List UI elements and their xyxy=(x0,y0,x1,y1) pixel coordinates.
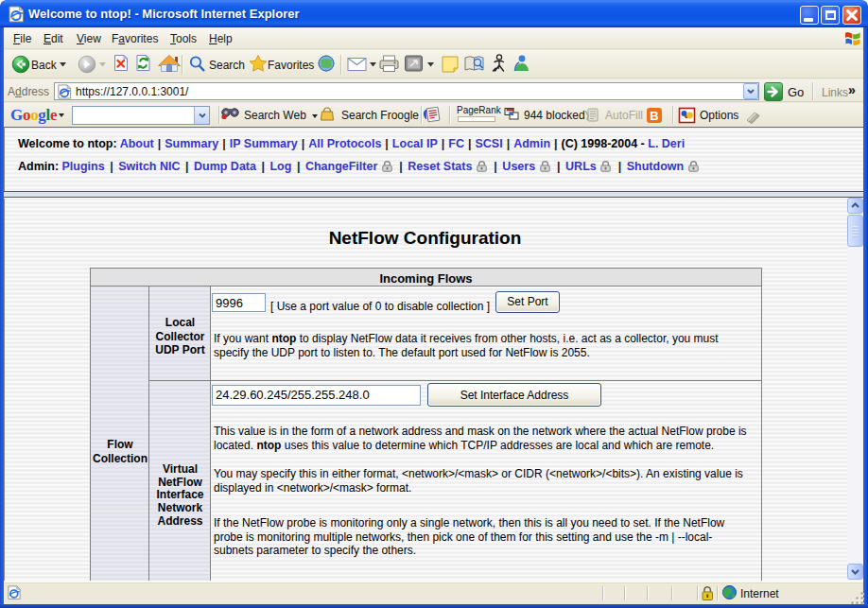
svg-text:B: B xyxy=(650,109,658,123)
